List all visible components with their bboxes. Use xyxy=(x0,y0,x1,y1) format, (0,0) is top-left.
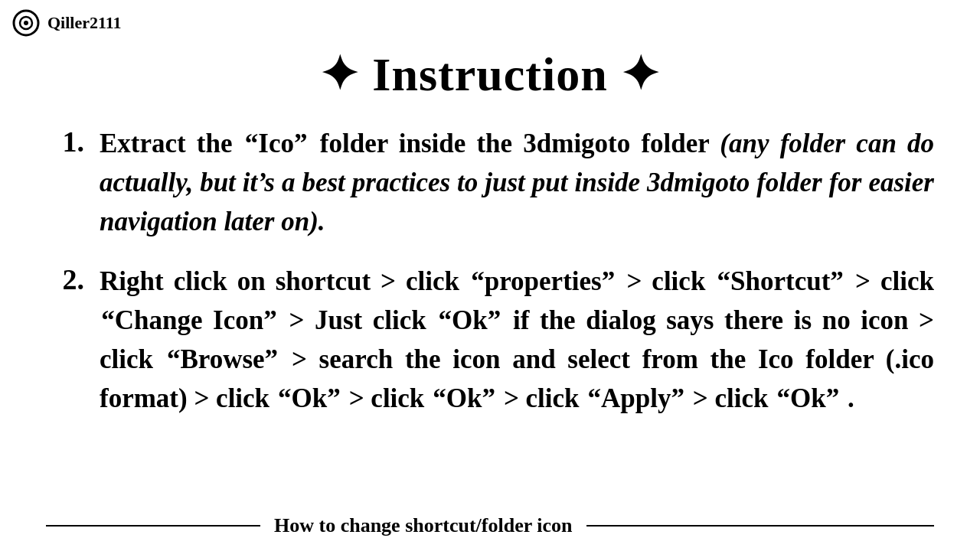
instruction-number-1: 1. xyxy=(46,125,84,160)
header: Qiller2111 xyxy=(0,0,980,46)
footer-line-left xyxy=(46,525,260,527)
footer-line-right xyxy=(586,525,935,527)
app-logo-icon xyxy=(12,9,40,37)
footer-text: How to change shortcut/folder icon xyxy=(260,514,586,537)
instructions-list: 1. Extract the “Ico” folder inside the 3… xyxy=(46,125,934,418)
main-content: ✦ Instruction ✦ 1. Extract the “Ico” fol… xyxy=(0,46,980,418)
instruction-number-2: 2. xyxy=(46,262,84,298)
list-item: 2. Right click on shortcut > click “prop… xyxy=(46,262,934,418)
app-name-label: Qiller2111 xyxy=(47,13,122,33)
footer-bar: How to change shortcut/folder icon xyxy=(0,500,980,551)
list-item: 1. Extract the “Ico” folder inside the 3… xyxy=(46,125,934,241)
page-title: ✦ Instruction ✦ xyxy=(46,46,934,102)
instruction-text-2: Right click on shortcut > click “propert… xyxy=(100,262,934,418)
instruction-text-1: Extract the “Ico” folder inside the 3dmi… xyxy=(100,125,934,241)
svg-point-2 xyxy=(24,21,28,25)
